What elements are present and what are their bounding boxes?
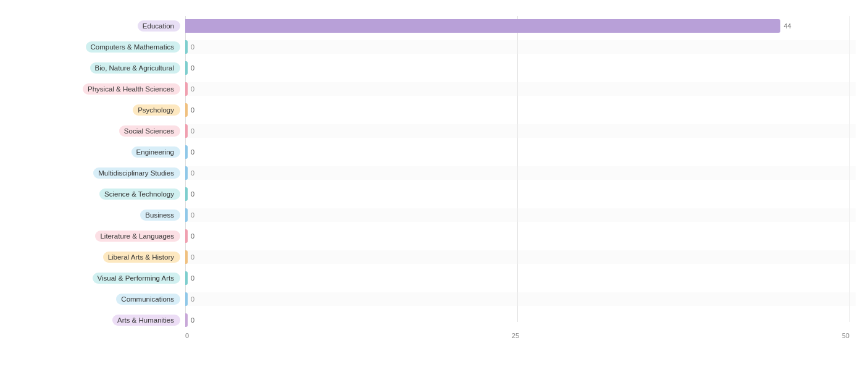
- bar-label-container: Social Sciences: [12, 125, 185, 137]
- bar: [185, 124, 188, 138]
- x-axis-label: 0: [185, 332, 189, 339]
- chart-container: Education44Computers & Mathematics0Bio, …: [0, 0, 868, 390]
- bar: [185, 229, 188, 243]
- bar-section: 0: [185, 313, 856, 327]
- bar: [185, 103, 188, 117]
- bar: [185, 187, 188, 201]
- bar-label-container: Psychology: [12, 104, 185, 116]
- bar-value: 0: [191, 274, 194, 282]
- bar-value: 0: [191, 127, 194, 135]
- label-pill: Literature & Languages: [95, 231, 180, 242]
- bar-section: 0: [185, 82, 856, 96]
- bar-label-container: Physical & Health Sciences: [12, 83, 185, 95]
- bar-value: 0: [191, 316, 194, 324]
- bar-label-container: Bio, Nature & Agricultural: [12, 62, 185, 74]
- bar-row: Bio, Nature & Agricultural0: [12, 58, 856, 78]
- bar-label-container: Visual & Performing Arts: [12, 273, 185, 284]
- bar-value: 0: [191, 253, 194, 261]
- bar-section: 0: [185, 229, 856, 243]
- bar-row: Computers & Mathematics0: [12, 37, 856, 57]
- bar: [185, 208, 188, 222]
- bar-value: 0: [191, 85, 194, 93]
- label-pill: Physical & Health Sciences: [83, 83, 180, 95]
- bar-section: 0: [185, 166, 856, 180]
- chart-area: Education44Computers & Mathematics0Bio, …: [12, 16, 856, 339]
- bar: [185, 82, 188, 96]
- bar-value: 0: [191, 232, 194, 240]
- bar-value: 44: [783, 22, 791, 30]
- bar-label-container: Business: [12, 210, 185, 221]
- label-pill: Business: [140, 210, 180, 221]
- bar-row: Engineering0: [12, 142, 856, 162]
- bar-section: 44: [185, 19, 856, 33]
- bar-row: Business0: [12, 205, 856, 225]
- label-pill: Multidisciplinary Studies: [93, 167, 180, 179]
- label-pill: Bio, Nature & Agricultural: [90, 62, 180, 74]
- bar: [185, 61, 188, 75]
- label-pill: Visual & Performing Arts: [93, 273, 180, 284]
- bar-label-container: Literature & Languages: [12, 231, 185, 242]
- x-axis-label: 50: [842, 332, 849, 339]
- bar-row: Science & Technology0: [12, 184, 856, 204]
- bar-value: 0: [191, 211, 194, 219]
- bar: [185, 19, 780, 33]
- bar-row: Arts & Humanities0: [12, 310, 856, 330]
- bar-section: 0: [185, 103, 856, 117]
- bar-section: 0: [185, 124, 856, 138]
- label-pill: Engineering: [131, 146, 180, 158]
- bars-wrapper: Education44Computers & Mathematics0Bio, …: [12, 16, 856, 322]
- label-pill: Liberal Arts & History: [103, 252, 180, 263]
- bar-value: 0: [191, 106, 194, 114]
- bar-row: Communications0: [12, 289, 856, 309]
- bar-label-container: Multidisciplinary Studies: [12, 167, 185, 179]
- bar-row: Social Sciences0: [12, 121, 856, 141]
- bar: [185, 145, 188, 159]
- bar-section: 0: [185, 208, 856, 222]
- bar-value: 0: [191, 169, 194, 177]
- bar-section: 0: [185, 250, 856, 264]
- label-pill: Arts & Humanities: [112, 315, 180, 326]
- bar-section: 0: [185, 271, 856, 285]
- bar-section: 0: [185, 145, 856, 159]
- bar-row: Education44: [12, 16, 856, 36]
- bar-section: 0: [185, 187, 856, 201]
- bar-label-container: Liberal Arts & History: [12, 252, 185, 263]
- bar-row: Liberal Arts & History0: [12, 247, 856, 267]
- label-pill: Science & Technology: [99, 189, 180, 200]
- label-pill: Communications: [116, 294, 180, 305]
- label-pill: Computers & Mathematics: [86, 41, 181, 53]
- bar-value: 0: [191, 64, 194, 72]
- bar-label-container: Computers & Mathematics: [12, 41, 185, 53]
- bar: [185, 313, 188, 327]
- bar-label-container: Arts & Humanities: [12, 315, 185, 326]
- bar-label-container: Communications: [12, 294, 185, 305]
- bar: [185, 166, 188, 180]
- bar-label-container: Science & Technology: [12, 189, 185, 200]
- label-pill: Social Sciences: [119, 125, 180, 137]
- bar: [185, 292, 188, 306]
- bar-row: Physical & Health Sciences0: [12, 79, 856, 99]
- bar-row: Multidisciplinary Studies0: [12, 163, 856, 183]
- bar-section: 0: [185, 40, 856, 54]
- bar: [185, 40, 188, 54]
- label-pill: Education: [138, 20, 180, 32]
- bar-row: Psychology0: [12, 100, 856, 120]
- bar: [185, 250, 188, 264]
- bar-row: Visual & Performing Arts0: [12, 268, 856, 288]
- bar-label-container: Engineering: [12, 146, 185, 158]
- bar-value: 0: [191, 190, 194, 198]
- bar-value: 0: [191, 295, 194, 303]
- bar-value: 0: [191, 43, 194, 51]
- bar-section: 0: [185, 61, 856, 75]
- bar-value: 0: [191, 148, 194, 156]
- label-pill: Psychology: [133, 104, 180, 116]
- bar-section: 0: [185, 292, 856, 306]
- bar-label-container: Education: [12, 20, 185, 32]
- x-axis-label: 25: [512, 332, 519, 339]
- bar-row: Literature & Languages0: [12, 226, 856, 246]
- bar: [185, 271, 188, 285]
